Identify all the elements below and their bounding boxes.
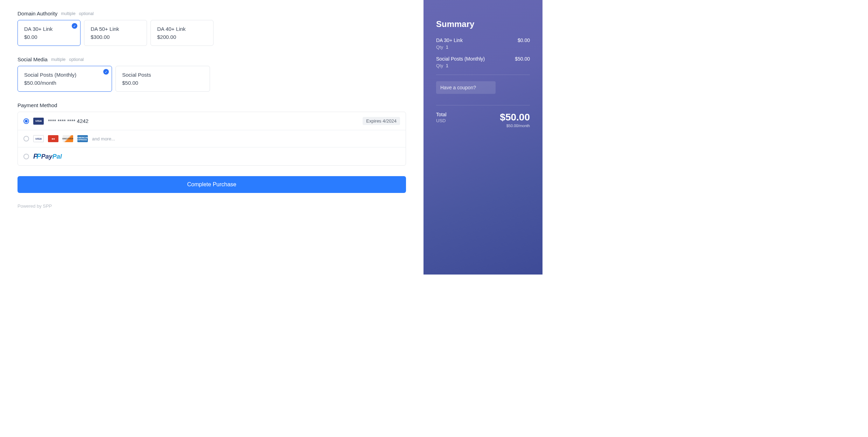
total-currency: USD [436,118,447,123]
saved-card-masked: **** **** **** 4242 [48,118,89,124]
summary-item-price: $50.00 [515,56,530,62]
paypal-icon: PPPayPal [33,152,62,160]
tag-multiple: multiple [51,57,65,62]
summary-item-price: $0.00 [518,37,530,43]
total-sub-note: $50.00/month [500,124,530,128]
and-more-label: and more... [92,136,115,141]
option-social-once-label: Social Posts [122,72,203,78]
radio-paypal[interactable] [23,154,29,159]
visa-icon: VISA [33,118,44,125]
summary-qty-value: 1 [446,63,448,68]
discover-icon: DISCOVER [63,135,73,142]
option-da40-price: $200.00 [157,34,207,40]
social-media-header: Social Media multiple optional [18,56,406,62]
check-icon: ✓ [103,69,109,75]
domain-authority-options: ✓ DA 30+ Link $0.00 DA 50+ Link $300.00 … [18,20,406,46]
payment-saved-card[interactable]: VISA **** **** **** 4242 Expires 4/2024 [18,112,406,130]
summary-item-name: Social Posts (Monthly) [436,56,485,62]
summary-qty-label: Qty [436,44,443,50]
summary-item-name: DA 30+ Link [436,37,463,43]
payment-method-group: VISA **** **** **** 4242 Expires 4/2024 … [18,112,406,166]
option-social-monthly-price: $50.00/month [24,80,105,86]
domain-authority-header: Domain Authority multiple optional [18,11,406,16]
visa-icon: VISA [33,135,44,142]
payment-method-title: Payment Method [18,102,57,108]
option-da50-price: $300.00 [91,34,140,40]
radio-saved-card[interactable] [23,118,29,124]
saved-card-expires: Expires 4/2024 [363,117,400,125]
option-da30-label: DA 30+ Link [24,26,74,32]
option-da40[interactable]: DA 40+ Link $200.00 [150,20,214,46]
amex-icon: AMERICAN EXPRESS [77,135,88,142]
social-media-options: ✓ Social Posts (Monthly) $50.00/month So… [18,66,406,92]
option-da40-label: DA 40+ Link [157,26,207,32]
social-media-title: Social Media [18,56,48,62]
summary-qty-label: Qty [436,63,443,68]
option-da30[interactable]: ✓ DA 30+ Link $0.00 [18,20,80,46]
option-da50-label: DA 50+ Link [91,26,140,32]
payment-method-header: Payment Method [18,102,406,108]
domain-authority-title: Domain Authority [18,11,57,16]
summary-total: Total USD $50.00 $50.00/month [436,112,530,128]
divider [436,75,530,75]
summary-item-social: Social Posts (Monthly) $50.00 Qty 1 [436,56,530,68]
summary-item-da30: DA 30+ Link $0.00 Qty 1 [436,37,530,50]
total-amount: $50.00 [500,112,530,123]
radio-new-card[interactable] [23,136,29,141]
complete-purchase-button[interactable]: Complete Purchase [18,176,406,193]
option-social-monthly-label: Social Posts (Monthly) [24,72,105,78]
option-da30-price: $0.00 [24,34,74,40]
coupon-input[interactable] [436,81,496,94]
option-da50[interactable]: DA 50+ Link $300.00 [84,20,147,46]
summary-qty-value: 1 [446,44,448,50]
summary-title: Summary [436,19,530,29]
payment-paypal[interactable]: PPPayPal [18,147,406,165]
divider [436,105,530,105]
total-label: Total [436,112,447,117]
option-social-once-price: $50.00 [122,80,203,86]
tag-optional: optional [79,11,94,16]
mastercard-icon: ●● [48,135,58,142]
payment-new-card[interactable]: VISA ●● DISCOVER AMERICAN EXPRESS and mo… [18,130,406,147]
tag-optional: optional [69,57,84,62]
option-social-monthly[interactable]: ✓ Social Posts (Monthly) $50.00/month [18,66,112,92]
summary-sidebar: Summary DA 30+ Link $0.00 Qty 1 Social P… [424,0,542,275]
check-icon: ✓ [72,23,77,29]
option-social-once[interactable]: Social Posts $50.00 [115,66,210,92]
tag-multiple: multiple [61,11,75,16]
powered-by-label: Powered by SPP [18,203,406,209]
